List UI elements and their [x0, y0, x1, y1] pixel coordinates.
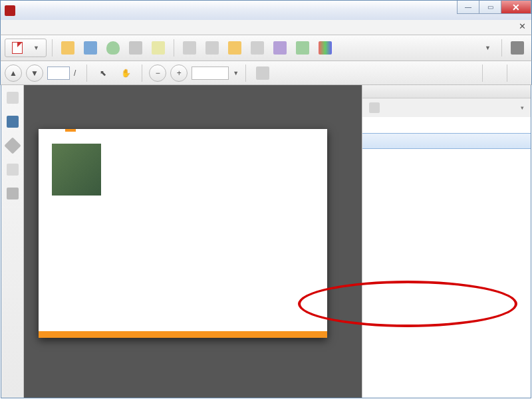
tool-c[interactable] — [225, 39, 245, 57]
doc-close-icon[interactable]: ✕ — [519, 21, 526, 31]
left-nav-rail — [1, 85, 24, 398]
nav-toolbar: ▲ ▼ / ⬉ ✋ − + ▼ — [0, 61, 532, 85]
bookmarks-icon[interactable] — [7, 116, 19, 128]
page-footer-bar — [39, 331, 327, 338]
menu-hilfe[interactable] — [46, 26, 57, 29]
menu-bearbeiten[interactable] — [14, 26, 25, 29]
attachments-icon[interactable] — [4, 137, 21, 154]
watermark-item[interactable]: ▾ — [362, 98, 531, 117]
view-tool[interactable] — [253, 64, 273, 82]
page-body-text — [52, 202, 318, 329]
zoom-value[interactable] — [192, 66, 229, 80]
watermark-update[interactable] — [362, 133, 531, 149]
menu-datei[interactable] — [3, 26, 14, 29]
customize-button[interactable]: ▼ — [477, 45, 496, 51]
minimize-button[interactable]: — — [457, 1, 479, 14]
author-photo — [52, 144, 101, 196]
watermark-add[interactable] — [362, 117, 531, 133]
menu-bar: ✕ — [0, 20, 532, 35]
tool-f[interactable] — [293, 39, 313, 57]
page-down-button[interactable]: ▼ — [26, 65, 43, 82]
zoom-in-button[interactable]: + — [170, 65, 188, 82]
hand-tool[interactable]: ✋ — [116, 64, 135, 82]
zoom-out-button[interactable]: − — [149, 65, 166, 82]
signatures-icon[interactable] — [7, 164, 19, 176]
page-up-button[interactable]: ▲ — [5, 65, 22, 82]
tool-e[interactable] — [270, 39, 290, 57]
tools-panel-header — [362, 85, 531, 98]
maximize-button[interactable]: ▭ — [479, 1, 501, 14]
pdf-page — [39, 129, 327, 338]
chevron-down-icon: ▾ — [521, 104, 524, 111]
close-button[interactable]: ✕ — [501, 1, 531, 14]
chevron-down-icon: ▼ — [485, 45, 491, 51]
menu-anzeige[interactable] — [25, 26, 35, 29]
main-area: ▾ — [1, 85, 531, 398]
tool-b[interactable] — [202, 39, 222, 57]
print-button[interactable] — [126, 39, 146, 57]
document-viewport[interactable] — [24, 85, 362, 398]
mail-button[interactable] — [148, 39, 168, 57]
create-doc-icon — [12, 42, 23, 54]
thumbnails-icon[interactable] — [7, 92, 19, 104]
layers-icon[interactable] — [7, 188, 19, 200]
tool-g[interactable] — [315, 39, 335, 57]
open-button[interactable] — [58, 39, 78, 57]
watermark-icon — [369, 102, 380, 113]
link-kommentar[interactable] — [511, 70, 527, 76]
chevron-down-icon: ▼ — [33, 45, 39, 51]
page-section-tab — [65, 129, 76, 132]
save-button[interactable] — [80, 39, 100, 57]
tools-panel: ▾ — [362, 85, 531, 398]
cloud-button[interactable] — [103, 39, 123, 57]
pdf-app-icon — [5, 5, 15, 16]
page-number-input[interactable] — [47, 66, 70, 80]
tool-d[interactable] — [247, 39, 267, 57]
window-titlebar: — ▭ ✕ — [0, 0, 532, 20]
main-toolbar: ▼ ▼ — [0, 35, 532, 61]
menu-fenster[interactable] — [35, 26, 46, 29]
create-button[interactable]: ▼ — [5, 39, 47, 57]
link-vollstaendig[interactable] — [462, 70, 478, 76]
tool-a[interactable] — [180, 39, 200, 57]
fullscreen-button[interactable] — [507, 39, 527, 57]
watermark-remove[interactable] — [362, 149, 531, 165]
link-signieren[interactable] — [487, 70, 503, 76]
select-tool[interactable]: ⬉ — [94, 64, 112, 82]
